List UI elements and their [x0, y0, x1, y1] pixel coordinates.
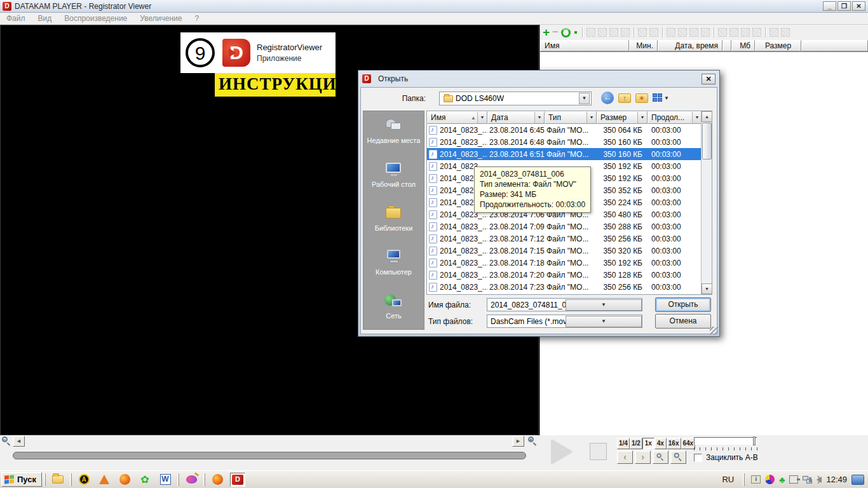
filename-combobox[interactable]: 2014_0823_074811_006 ▼: [487, 298, 642, 311]
place-computer[interactable]: Компьютер: [363, 243, 424, 287]
menu-zoom[interactable]: Увеличение: [133, 13, 188, 24]
firefox-icon-2[interactable]: [210, 473, 225, 487]
file-column-duration[interactable]: Продол...▼: [648, 111, 702, 124]
scroll-right-button[interactable]: ►: [512, 436, 524, 447]
restore-button[interactable]: ❐: [837, 1, 851, 11]
speed-quarter-button[interactable]: 1/4: [617, 438, 630, 449]
tray-info-icon[interactable]: i: [751, 475, 761, 484]
up-folder-icon[interactable]: ↑: [618, 93, 631, 103]
previous-frame-button[interactable]: ‹: [617, 451, 633, 464]
speed-64x-button[interactable]: 64x: [681, 438, 696, 449]
place-recent[interactable]: Недавние места: [363, 111, 424, 155]
scrollbar-up-icon[interactable]: ▲: [702, 111, 712, 122]
place-desktop[interactable]: Рабочий стол: [363, 155, 424, 199]
cancel-button[interactable]: Отмена: [655, 314, 711, 329]
app-circle-icon[interactable]: A: [76, 473, 92, 487]
speed-1x-button[interactable]: 1x: [642, 438, 654, 449]
open-button[interactable]: Открыть: [655, 297, 711, 312]
toolbar-disabled-icon: [598, 28, 607, 37]
column-header-datetime[interactable]: Дата, время: [658, 40, 722, 51]
vlc-icon[interactable]: [97, 473, 112, 487]
seek-bar[interactable]: [13, 452, 526, 459]
file-column-date[interactable]: Дата▼: [487, 111, 545, 124]
file-row[interactable]: 2014_0823_...23.08.2014 7:15Файл "МО...3…: [427, 245, 701, 257]
explorer-icon[interactable]: [50, 473, 65, 487]
start-button[interactable]: Пуск: [1, 472, 42, 487]
file-column-name[interactable]: Имя▲ ▼: [427, 111, 487, 124]
file-column-type[interactable]: Тип▼: [545, 111, 597, 124]
icq-icon[interactable]: ✿: [137, 473, 153, 487]
menu-view[interactable]: Вид: [32, 13, 58, 24]
clock[interactable]: 12:49: [826, 475, 847, 484]
ab-slider[interactable]: [694, 437, 757, 445]
scrollbar-thumb[interactable]: [702, 123, 712, 159]
add-file-icon[interactable]: +: [543, 27, 550, 37]
refresh-icon[interactable]: [561, 28, 571, 37]
tray-volume-icon[interactable]: [817, 477, 822, 483]
file-cell-size: 350 160 КБ: [597, 150, 648, 159]
tray-clover-icon[interactable]: ♣: [779, 475, 785, 484]
file-row[interactable]: 2014_0823_...23.08.2014 7:18Файл "МО...3…: [427, 257, 701, 269]
tray-plug-icon[interactable]: [789, 475, 798, 484]
loop-ab-checkbox[interactable]: [694, 454, 702, 462]
menu-playback[interactable]: Воспроизведение: [58, 13, 133, 24]
place-libraries[interactable]: Библиотеки: [363, 199, 424, 243]
speed-4x-button[interactable]: 4x: [654, 438, 667, 449]
timeline-zoom-in-button[interactable]: [670, 451, 686, 464]
file-cell-size: 350 256 КБ: [597, 283, 648, 292]
menu-file[interactable]: Файл: [0, 13, 32, 24]
zoom-out-icon[interactable]: −: [2, 437, 11, 446]
filetype-combo-arrow-icon[interactable]: ▼: [566, 316, 642, 327]
place-network[interactable]: Сеть: [363, 287, 424, 330]
minimize-button[interactable]: _: [823, 1, 836, 11]
play-button[interactable]: [552, 440, 572, 464]
folder-combo-arrow-icon[interactable]: ▼: [579, 93, 590, 104]
show-desktop-icon[interactable]: [851, 475, 864, 485]
file-column-size[interactable]: Размер▼: [597, 111, 648, 124]
ab-slider-thumb[interactable]: [753, 437, 756, 445]
file-row[interactable]: 2014_0823_...23.08.2014 7:20Файл "МО...3…: [427, 269, 701, 281]
size-filter-arrow-icon[interactable]: ▼: [637, 112, 647, 123]
next-frame-button[interactable]: ›: [635, 451, 651, 464]
speed-16x-button[interactable]: 16x: [667, 438, 681, 449]
filename-combo-arrow-icon[interactable]: ▼: [566, 299, 642, 311]
column-header-name[interactable]: Имя: [540, 40, 629, 51]
scroll-left-button[interactable]: ◄: [13, 436, 25, 447]
file-row[interactable]: 2014_0823_...23.08.2014 6:48Файл "МО...3…: [427, 136, 701, 148]
column-header-min[interactable]: Мин.: [629, 40, 658, 51]
scrollbar-down-icon[interactable]: ▼: [702, 283, 712, 294]
type-filter-arrow-icon[interactable]: ▼: [587, 112, 596, 123]
duration-filter-arrow-icon[interactable]: ▼: [692, 112, 702, 123]
file-list-scrollbar[interactable]: ▲ ▼: [701, 111, 712, 294]
file-row[interactable]: 2014_0823_...23.08.2014 6:45Файл "МО...3…: [427, 124, 701, 136]
file-row[interactable]: 2014_0823_...23.08.2014 7:09Файл "МО...3…: [427, 220, 701, 233]
filetype-combobox[interactable]: DashCam Files (*.mov, *.mp4) ▼: [487, 315, 642, 328]
file-row[interactable]: 2014_0823_...23.08.2014 7:12Файл "МО...3…: [427, 233, 701, 245]
date-filter-arrow-icon[interactable]: ▼: [534, 112, 544, 123]
zoom-in-icon[interactable]: +: [528, 437, 538, 446]
language-indicator[interactable]: RU: [719, 475, 736, 484]
datakam-taskbar-button[interactable]: D: [230, 473, 245, 487]
open-dialog-titlebar: D Открыть ✕: [358, 71, 719, 87]
tray-pie-icon[interactable]: [765, 475, 775, 484]
paint-icon[interactable]: [184, 473, 199, 487]
back-icon[interactable]: ←: [601, 92, 614, 104]
column-header-mb[interactable]: Мб: [731, 40, 755, 51]
stop-button[interactable]: [590, 443, 607, 460]
column-header-size[interactable]: Размер: [755, 40, 801, 51]
dialog-logo-icon: D: [362, 74, 371, 83]
folder-combobox[interactable]: DOD LS460W ▼: [439, 92, 592, 105]
word-icon[interactable]: W: [158, 473, 173, 487]
timeline-zoom-out-button[interactable]: [653, 451, 668, 464]
file-row[interactable]: 2014_0823_...23.08.2014 6:51Файл "МО...3…: [427, 148, 701, 160]
file-row[interactable]: 2014_0823_...23.08.2014 7:23Файл "МО...3…: [427, 281, 701, 293]
firefox-icon[interactable]: [117, 473, 132, 487]
resize-grip[interactable]: [710, 327, 718, 335]
dialog-close-button[interactable]: ✕: [702, 74, 715, 85]
close-button[interactable]: ✕: [852, 1, 865, 11]
new-folder-icon[interactable]: ✶: [635, 93, 648, 103]
views-icon[interactable]: ▼: [653, 93, 669, 102]
menu-help[interactable]: ?: [188, 13, 205, 24]
name-filter-arrow-icon[interactable]: ▼: [477, 112, 487, 123]
speed-half-button[interactable]: 1/2: [630, 438, 642, 449]
